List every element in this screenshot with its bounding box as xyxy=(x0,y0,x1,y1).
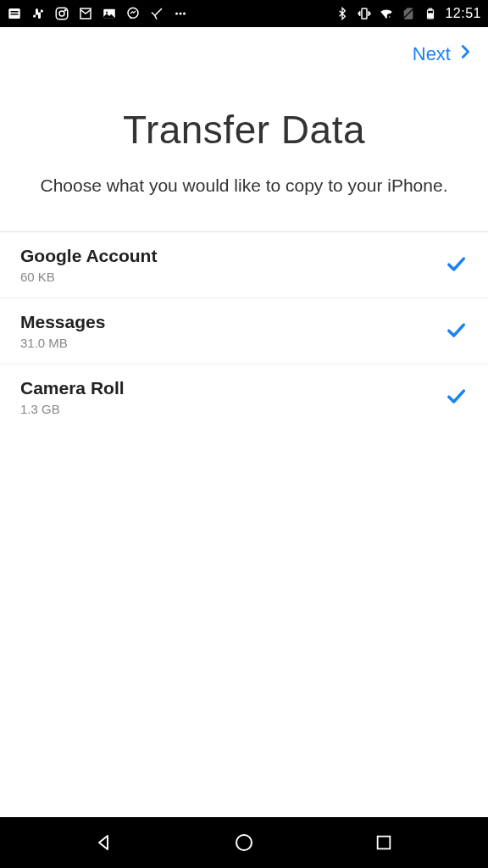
more-icon xyxy=(173,6,188,21)
top-nav: Next xyxy=(0,27,488,73)
bluetooth-icon xyxy=(335,6,350,21)
item-label: Camera Roll xyxy=(20,378,125,398)
svg-point-19 xyxy=(236,835,252,850)
item-size: 60 KB xyxy=(20,270,157,284)
item-text: Messages 31.0 MB xyxy=(20,312,105,350)
status-time: 12:51 xyxy=(445,6,481,21)
svg-rect-1 xyxy=(11,11,19,13)
vibrate-icon xyxy=(357,6,372,21)
svg-text:x: x xyxy=(389,15,391,19)
status-left-icons xyxy=(7,6,188,21)
check-app-icon xyxy=(149,6,164,21)
svg-point-4 xyxy=(59,11,64,16)
page-subtitle: Choose what you would like to copy to yo… xyxy=(20,173,468,198)
svg-rect-2 xyxy=(11,14,19,15)
svg-point-9 xyxy=(175,13,178,15)
messenger-icon xyxy=(125,6,141,21)
battery-icon xyxy=(423,6,438,21)
no-sim-icon xyxy=(401,6,416,21)
svg-point-11 xyxy=(183,13,186,15)
next-button[interactable]: Next xyxy=(413,42,474,66)
list-item[interactable]: Google Account 60 KB xyxy=(0,232,488,298)
item-label: Google Account xyxy=(20,246,157,266)
page-title: Transfer Data xyxy=(20,107,468,153)
recents-button[interactable] xyxy=(358,817,409,868)
home-button[interactable] xyxy=(219,817,269,868)
slack-icon xyxy=(30,6,46,21)
item-label: Messages xyxy=(20,312,105,332)
header-block: Transfer Data Choose what you would like… xyxy=(0,73,488,231)
svg-rect-17 xyxy=(430,8,433,10)
android-nav-bar xyxy=(0,817,488,868)
svg-rect-12 xyxy=(362,8,367,19)
check-icon xyxy=(444,318,468,345)
check-icon xyxy=(444,384,468,411)
photos-icon xyxy=(102,6,117,21)
item-size: 1.3 GB xyxy=(20,402,125,416)
status-bar: x 12:51 xyxy=(0,0,488,27)
svg-rect-18 xyxy=(429,14,433,18)
svg-point-7 xyxy=(106,11,108,13)
check-icon xyxy=(444,252,468,279)
svg-point-5 xyxy=(64,9,66,11)
item-size: 31.0 MB xyxy=(20,336,105,350)
svg-point-10 xyxy=(180,13,182,15)
item-text: Google Account 60 KB xyxy=(20,246,157,284)
svg-rect-20 xyxy=(378,837,391,849)
transfer-list: Google Account 60 KB Messages 31.0 MB Ca… xyxy=(0,231,488,430)
main-content: Next Transfer Data Choose what you would… xyxy=(0,27,488,817)
next-label: Next xyxy=(413,43,451,65)
back-button[interactable] xyxy=(79,817,130,868)
instagram-icon xyxy=(54,6,69,21)
item-text: Camera Roll 1.3 GB xyxy=(20,378,125,416)
list-item[interactable]: Camera Roll 1.3 GB xyxy=(0,364,488,430)
gmail-icon xyxy=(78,6,93,21)
status-right-icons: x 12:51 xyxy=(335,6,481,21)
wifi-icon: x xyxy=(379,6,394,21)
chevron-right-icon xyxy=(456,42,474,66)
list-item[interactable]: Messages 31.0 MB xyxy=(0,298,488,364)
notification-icon xyxy=(7,6,22,21)
